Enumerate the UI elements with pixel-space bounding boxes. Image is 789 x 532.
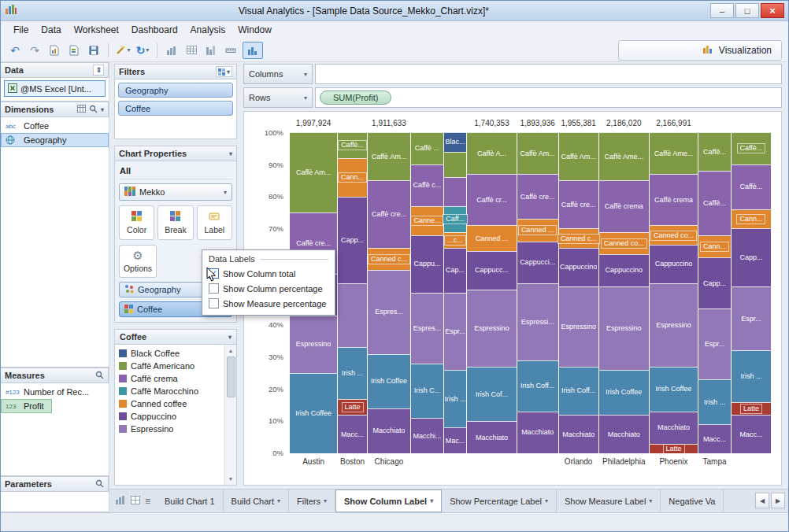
rows-shelf-label[interactable]: Rows ▾: [243, 87, 313, 108]
checkbox-show-column-percentage[interactable]: [209, 283, 219, 294]
rows-shelf[interactable]: SUM(Profit): [315, 87, 782, 108]
legend-item-caff-americano[interactable]: Caffè Americano: [115, 360, 224, 372]
chart-type-select[interactable]: Mekko ▾: [119, 183, 232, 201]
search-icon[interactable]: [89, 105, 98, 115]
menu-item-worksheet[interactable]: Worksheet: [68, 23, 125, 37]
mekko-segment-espressino[interactable]: Espr...: [732, 286, 771, 351]
mekko-segment-caff-americano[interactable]: Caffè...: [732, 132, 771, 164]
search-icon[interactable]: [95, 371, 104, 381]
mekko-segment-espressino[interactable]: Espressino: [599, 286, 649, 370]
new-worksheet-icon[interactable]: [46, 42, 62, 59]
mekko-segment-canned-coffee[interactable]: Canned co...: [650, 225, 698, 244]
mekko-segment-caff-americano[interactable]: [444, 152, 467, 178]
mekko-segment-espressino[interactable]: Espressino: [290, 316, 337, 373]
mekko-segment-canned-coffee[interactable]: Cann...: [338, 158, 367, 197]
mekko-segment-cappuccino[interactable]: Cappu...: [411, 235, 443, 293]
mekko-column-unlabeled[interactable]: Mac...Irish ...Espr...Cap......c...Caff.…: [444, 132, 468, 453]
tab-show-percentage-label[interactable]: Show Percentage Label▾: [442, 490, 557, 512]
mekko-segment-caff-americano[interactable]: Caffè Am...: [290, 132, 337, 212]
mekko-segment-espressino[interactable]: Espressino: [650, 283, 698, 367]
mekko-segment-irish-coffee[interactable]: Irish Coffee: [599, 370, 649, 415]
filters-shelf[interactable]: GeographyCoffee: [114, 79, 237, 139]
mekko-segment-irish-coffee[interactable]: Irish ...: [732, 350, 771, 401]
mekko-column-chicago[interactable]: MacchiatoIrish CoffeeEspres...Canned c..…: [368, 132, 411, 453]
scroll-down-icon[interactable]: ▼: [228, 474, 234, 484]
mekko-segment-macchiato[interactable]: Macchiato: [368, 408, 410, 453]
data-source-item[interactable]: @MS Excel [Unt...: [4, 80, 106, 97]
mekko-segment-caff-crema[interactable]: Caffè crema: [650, 174, 698, 225]
mekko-segment-cappuccino[interactable]: Cappuccino: [559, 248, 598, 286]
mekko-segment-caff-americano[interactable]: Caffè Ame...: [599, 132, 649, 180]
legend-item-black-coffee[interactable]: Black Coffee: [115, 347, 224, 360]
mekko-column-unlabeled[interactable]: Macchi...Irish C...Espres...Cappu...Cann…: [411, 132, 444, 453]
scroll-up-icon[interactable]: ▲: [228, 345, 234, 356]
mekko-segment-caff-americano[interactable]: Caffè Am...: [517, 132, 558, 174]
maximize-button[interactable]: □: [735, 3, 759, 18]
color-button[interactable]: Color: [119, 205, 154, 240]
legend-header[interactable]: Coffee ▾: [114, 329, 237, 345]
mekko-segment-caff-americano[interactable]: Caffè A...: [467, 132, 516, 174]
filters-dropdown-button[interactable]: ▾: [216, 66, 232, 77]
mekko-column-philadelphia[interactable]: MacchiatoIrish CoffeeEspressinoCappuccin…: [599, 132, 650, 453]
tab-show-column-label[interactable]: Show Column Label▾: [335, 490, 442, 512]
popup-option-show-measure-percentage[interactable]: Show Measure percentage: [209, 298, 328, 308]
measure-item-number-of-rec[interactable]: #123Number of Rec...: [1, 385, 109, 399]
redo-button[interactable]: ↷: [27, 42, 43, 59]
mekko-segment-espressino[interactable]: Espres...: [368, 270, 410, 353]
mekko-segment-caff-crema[interactable]: Caffè cr...: [467, 174, 516, 225]
mekko-segment-irish-coffee[interactable]: Irish C...: [411, 364, 443, 418]
menu-item-dashboard[interactable]: Dashboard: [125, 23, 184, 37]
options-button[interactable]: ⚙ Options: [119, 245, 157, 278]
mekko-segment-macchiato[interactable]: Macchiato: [650, 412, 698, 444]
measure-ruler-icon[interactable]: [223, 42, 239, 59]
mekko-segment-caff-americano[interactable]: Caffè Ame...: [650, 132, 698, 174]
legend-item-caff-crema[interactable]: Caffè crema: [115, 372, 224, 385]
refresh-button[interactable]: ↻▾: [135, 42, 150, 59]
new-chart-sheet-icon[interactable]: [116, 496, 126, 507]
mekko-segment-canned-coffee[interactable]: Canned c...: [368, 248, 410, 271]
filter-pill-coffee[interactable]: Coffee: [118, 101, 233, 116]
mekko-segment-irish-coffee[interactable]: Irish ...: [444, 370, 467, 427]
mekko-segment-macchiato[interactable]: Macc...: [698, 424, 731, 453]
mekko-segment-latte[interactable]: Latte: [732, 402, 771, 415]
mekko-column-unlabeled[interactable]: MacchiatoIrish Cof...EspressinoCappucc..…: [467, 132, 517, 453]
mekko-segment-irish-coffee[interactable]: Irish ...: [698, 379, 731, 424]
mekko-segment-irish-coffee[interactable]: Irish Coff...: [559, 367, 598, 415]
sum-profit-pill[interactable]: SUM(Profit): [320, 91, 391, 105]
mekko-segment-caff-crema[interactable]: Caffè cre...: [517, 174, 558, 219]
mekko-segment-canned-coffee[interactable]: Canne...: [411, 206, 443, 235]
mekko-segment-caff-crema[interactable]: Caffè...: [698, 171, 731, 235]
mekko-segment-cappuccino[interactable]: Capp...: [732, 228, 771, 286]
sheet-list-icon[interactable]: ≡: [145, 496, 150, 507]
mekko-segment-caff-crema[interactable]: Caffè cre...: [559, 180, 598, 228]
mekko-segment-canned-coffee[interactable]: ...c...: [444, 232, 467, 248]
mekko-segment-caff-americano[interactable]: Caffè...: [338, 132, 367, 158]
columns-shelf-label[interactable]: Columns ▾: [243, 64, 313, 84]
mekko-segment-irish-coffee[interactable]: Irish Coffee: [290, 373, 337, 453]
mekko-segment-espressino[interactable]: [338, 283, 367, 348]
mekko-column-tampa[interactable]: Macc...Irish ...Espr...Capp...Cann...Caf…: [698, 132, 732, 453]
menu-item-file[interactable]: File: [7, 23, 35, 37]
new-dashboard-icon[interactable]: [66, 42, 82, 59]
mekko-segment-macchiato[interactable]: Macc...: [732, 415, 771, 453]
mekko-segment-canned-coffee[interactable]: Canned ...: [467, 225, 516, 251]
bar-chart-small-icon[interactable]: [164, 42, 180, 59]
mekko-segment-cappuccino[interactable]: Capp...: [338, 197, 367, 283]
mekko-column-unlabeled[interactable]: MacchiatoIrish Coff...Espressi...Cappucc…: [517, 132, 559, 453]
save-icon[interactable]: [86, 42, 102, 59]
tab-show-measure-label[interactable]: Show Measure Label▾: [557, 490, 661, 512]
mekko-segment-irish-coffee[interactable]: Irish Coffee: [650, 367, 698, 412]
checkbox-show-measure-percentage[interactable]: [209, 298, 219, 308]
mekko-segment-caff-marocchino[interactable]: Caff...: [444, 206, 467, 232]
mekko-segment-latte[interactable]: Latte: [338, 399, 367, 415]
mekko-segment-macchiato[interactable]: Macchiato: [599, 415, 649, 453]
mekko-segment-espressino[interactable]: Espres...: [411, 293, 443, 364]
tab-filters[interactable]: Filters▾: [289, 490, 335, 512]
mekko-segment-latte[interactable]: Latte: [650, 444, 698, 453]
columns-shelf[interactable]: [315, 64, 782, 84]
show-chart-toggle-button[interactable]: [243, 42, 263, 59]
mekko-segment-espressino[interactable]: Espressi...: [517, 283, 558, 360]
mekko-segment-caff-americano[interactable]: Caffè Am...: [368, 132, 410, 180]
mekko-segment-cappuccino[interactable]: Cap...: [444, 248, 467, 293]
mekko-segment-caff-americano[interactable]: Caffè...: [698, 132, 731, 171]
